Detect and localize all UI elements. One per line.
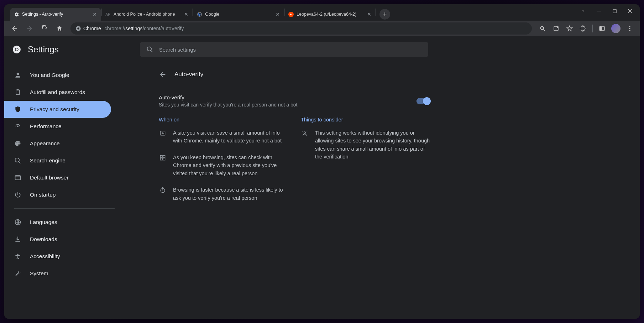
sidebar-item-accessibility[interactable]: Accessibility xyxy=(4,248,111,265)
tab-title: Android Police - Android phone xyxy=(114,12,180,17)
svg-point-11 xyxy=(629,30,630,31)
sidebar-item-downloads[interactable]: Downloads xyxy=(4,231,111,248)
sidebar-item-performance[interactable]: Performance xyxy=(4,118,111,135)
search-icon xyxy=(146,46,153,53)
extensions-icon[interactable] xyxy=(577,23,589,34)
sidebar-item-privacy-security[interactable]: Privacy and security xyxy=(4,101,111,118)
close-icon[interactable]: ✕ xyxy=(366,11,372,17)
column-heading: Things to consider xyxy=(301,117,430,123)
svg-point-16 xyxy=(17,73,19,75)
svg-point-4 xyxy=(77,27,79,29)
sidebar-item-label: You and Google xyxy=(30,72,69,78)
sidebar-item-default-browser[interactable]: Default browser xyxy=(4,169,111,186)
sidebar-item-appearance[interactable]: Appearance xyxy=(4,135,111,152)
svg-rect-1 xyxy=(597,11,601,11)
things-to-consider-column: Things to consider This setting works wi… xyxy=(301,117,430,210)
svg-rect-30 xyxy=(160,158,162,160)
bullet-item: As you keep browsing, sites can check wi… xyxy=(159,153,288,177)
auto-verify-setting-row: Auto-verify Sites you visit can verify t… xyxy=(150,86,439,111)
sidebar-item-label: Performance xyxy=(30,123,62,130)
zoom-icon[interactable] xyxy=(537,23,548,34)
setting-title: Auto-verify xyxy=(159,94,297,100)
sidebar-item-label: Downloads xyxy=(30,236,57,243)
chevron-down-icon[interactable] xyxy=(580,8,586,14)
bullet-item: A site you visit can save a small amount… xyxy=(159,129,288,145)
reddit-icon: ● xyxy=(288,11,294,17)
svg-point-32 xyxy=(161,188,165,193)
app-title: Settings xyxy=(28,45,59,54)
tab-title: Settings - Auto-verify xyxy=(22,12,89,17)
accessibility-icon xyxy=(14,253,21,260)
sidebar-item-search-engine[interactable]: Search engine xyxy=(4,152,111,169)
sidebar-item-label: Autofill and passwords xyxy=(30,89,85,95)
search-settings-input[interactable]: Search settings xyxy=(140,42,428,57)
browser-icon xyxy=(14,174,21,181)
sidebar: You and Google Autofill and passwords Pr… xyxy=(4,63,150,319)
side-panel-icon[interactable] xyxy=(596,23,608,34)
download-icon xyxy=(14,236,21,243)
column-heading: When on xyxy=(159,117,288,123)
svg-rect-18 xyxy=(17,89,19,90)
close-icon[interactable]: ✕ xyxy=(92,11,98,17)
back-arrow-button[interactable] xyxy=(159,71,167,78)
close-icon[interactable]: ✕ xyxy=(275,11,281,17)
svg-rect-31 xyxy=(163,158,165,160)
content: Auto-verify Auto-verify Sites you visit … xyxy=(150,63,640,319)
bullet-text: As you keep browsing, sites can check wi… xyxy=(173,153,288,177)
sidebar-item-label: Privacy and security xyxy=(30,106,79,113)
svg-point-33 xyxy=(304,132,306,134)
tab-title: Leopeva64-2 (u/Leopeva64-2) xyxy=(297,12,363,17)
tab-settings[interactable]: Settings - Auto-verify ✕ xyxy=(10,8,101,21)
tab-google[interactable]: G Google ✕ xyxy=(193,8,284,21)
svg-rect-29 xyxy=(163,155,165,157)
home-button[interactable] xyxy=(53,22,66,35)
clipboard-icon xyxy=(14,89,21,96)
install-icon[interactable] xyxy=(550,23,562,34)
minimize-button[interactable] xyxy=(596,8,602,14)
menu-icon[interactable] xyxy=(624,23,635,34)
sidebar-item-on-startup[interactable]: On startup xyxy=(4,186,111,203)
power-icon xyxy=(14,191,21,198)
profile-avatar[interactable] xyxy=(611,24,621,33)
sidebar-item-label: On startup xyxy=(30,192,56,198)
sidebar-item-system[interactable]: System xyxy=(4,265,111,282)
back-button[interactable] xyxy=(9,22,21,35)
sidebar-item-autofill[interactable]: Autofill and passwords xyxy=(4,84,111,101)
app-body: You and Google Autofill and passwords Pr… xyxy=(4,63,640,319)
address-bar[interactable]: Chrome chrome://settings/content/autoVer… xyxy=(70,22,532,35)
page-header: Auto-verify xyxy=(150,63,439,86)
sidebar-item-label: Default browser xyxy=(30,174,69,181)
svg-rect-17 xyxy=(16,90,20,94)
close-icon[interactable]: ✕ xyxy=(183,11,189,17)
close-button[interactable] xyxy=(627,8,633,14)
archive-icon xyxy=(159,129,167,145)
reload-button[interactable] xyxy=(38,22,51,35)
tab-android-police[interactable]: AP Android Police - Android phone ✕ xyxy=(101,8,193,21)
new-tab-button[interactable]: + xyxy=(379,9,390,20)
url-text: chrome://settings/content/autoVerify xyxy=(105,26,184,31)
privacy-icon xyxy=(301,129,309,161)
svg-rect-24 xyxy=(15,176,21,180)
tab-title: Google xyxy=(205,12,272,17)
bullet-text: This setting works without identifying y… xyxy=(315,129,430,161)
svg-point-20 xyxy=(17,142,17,142)
setting-subtitle: Sites you visit can verify that you're a… xyxy=(159,102,297,108)
browser-toolbar: Chrome chrome://settings/content/autoVer… xyxy=(4,21,640,36)
speed-icon xyxy=(14,123,21,130)
tab-reddit[interactable]: ● Leopeva64-2 (u/Leopeva64-2) ✕ xyxy=(284,8,376,21)
maximize-button[interactable] xyxy=(611,8,618,14)
sidebar-item-you-and-google[interactable]: You and Google xyxy=(4,67,111,84)
svg-point-21 xyxy=(18,142,19,142)
settings-app: Settings Search settings You and Google … xyxy=(4,36,640,319)
svg-point-14 xyxy=(16,48,18,51)
auto-verify-toggle[interactable] xyxy=(417,98,430,104)
sidebar-item-label: Search engine xyxy=(30,157,66,164)
forward-button[interactable] xyxy=(23,22,36,35)
page-title: Auto-verify xyxy=(174,71,203,78)
wrench-icon xyxy=(14,270,21,277)
browser-window: Settings - Auto-verify ✕ AP Android Poli… xyxy=(4,4,640,319)
bookmark-icon[interactable] xyxy=(564,23,575,34)
app-logo: Settings xyxy=(12,45,59,54)
sidebar-item-languages[interactable]: Languages xyxy=(4,214,111,231)
svg-point-26 xyxy=(17,254,18,255)
